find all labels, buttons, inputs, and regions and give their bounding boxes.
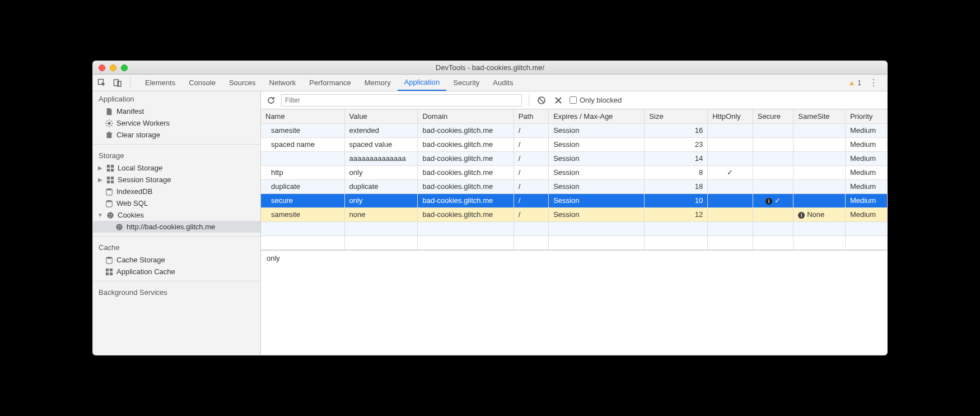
cell: only [344,193,418,207]
cell [794,151,846,165]
cell [549,235,645,249]
table-row[interactable]: secureonlybad-cookies.glitch.me/Session1… [261,193,887,207]
cell [708,235,753,249]
cell [418,235,514,249]
cell [753,221,794,235]
sidebar-item-indexeddb[interactable]: IndexedDB [93,186,260,197]
warnings-count: 1 [857,79,861,87]
cell: bad-cookies.glitch.me [418,179,514,193]
cell [708,221,753,235]
panel-tabs: Elements Console Sources Network Perform… [138,75,520,91]
minimize-window-button[interactable] [110,64,116,71]
file-icon [105,108,113,115]
refresh-button[interactable] [265,95,277,106]
svg-rect-8 [107,176,110,179]
col-value[interactable]: Value [344,109,418,123]
only-blocked-checkbox[interactable] [570,96,577,104]
sidebar-item-label: IndexedDB [116,187,152,196]
filter-input[interactable] [281,94,522,107]
cell: only [344,165,418,179]
cell: Session [549,165,645,179]
tab-security[interactable]: Security [446,75,486,91]
tab-application[interactable]: Application [398,75,447,91]
col-size[interactable]: Size [645,109,708,123]
cell [753,151,794,165]
table-row[interactable]: duplicateduplicatebad-cookies.glitch.me/… [261,179,887,193]
tab-elements[interactable]: Elements [138,75,182,91]
close-window-button[interactable] [99,64,105,71]
cell: Medium [845,151,887,165]
database-icon [105,188,113,196]
tab-console[interactable]: Console [182,75,222,91]
cell: 8 [645,165,708,179]
tab-performance[interactable]: Performance [302,75,357,91]
maximize-window-button[interactable] [121,64,128,71]
cell [708,137,753,151]
sidebar-item-local-storage[interactable]: ▶ Local Storage [93,162,260,174]
col-path[interactable]: Path [514,109,548,123]
table-row[interactable]: samesitenonebad-cookies.glitch.me/Sessio… [261,207,887,221]
cell [708,151,753,165]
clear-all-button[interactable] [536,95,547,106]
table-row[interactable]: samesiteextendedbad-cookies.glitch.me/Se… [261,123,887,137]
col-httponly[interactable]: HttpOnly [708,109,753,123]
sidebar-item-cookie-origin[interactable]: http://bad-cookies.glitch.me [93,221,260,233]
table-row[interactable]: aaaaaaaaaaaaaabad-cookies.glitch.me/Sess… [261,151,887,165]
inspect-element-icon[interactable] [96,77,108,89]
device-toolbar-icon[interactable] [112,77,123,89]
cookies-toolbar: Only blocked [261,91,887,109]
col-expires[interactable]: Expires / Max-Age [549,109,645,123]
cell: iNone [794,207,846,221]
cookies-panel: Only blocked Name Value Domai [261,91,887,355]
delete-selected-button[interactable] [553,95,564,106]
cell: / [514,207,548,221]
sidebar-item-cookies[interactable]: ▼ Cookies [93,209,260,221]
col-priority[interactable]: Priority [845,109,887,123]
cell: bad-cookies.glitch.me [418,151,514,165]
info-icon: i [798,212,805,219]
cell [753,179,794,193]
col-samesite[interactable]: SameSite [794,109,846,123]
cell: Medium [845,123,887,137]
tab-sources[interactable]: Sources [222,75,263,91]
section-cache: Cache [93,240,260,254]
cell: / [514,165,548,179]
table-row[interactable]: spaced namespaced valuebad-cookies.glitc… [261,137,887,151]
tab-audits[interactable]: Audits [486,75,520,91]
sidebar-item-application-cache[interactable]: Application Cache [93,266,260,278]
database-icon [105,256,113,264]
sidebar-item-label: Cookies [118,211,144,219]
sidebar-item-cache-storage[interactable]: Cache Storage [93,254,260,266]
expand-arrow-icon: ▶ [97,177,103,183]
only-blocked-toggle[interactable]: Only blocked [570,96,622,104]
svg-rect-11 [111,180,114,183]
cell: / [514,179,548,193]
svg-point-14 [107,212,113,218]
svg-point-12 [106,188,113,190]
warnings-indicator[interactable]: ▲ 1 [848,78,861,87]
col-secure[interactable]: Secure [753,109,794,123]
sidebar-item-clear-storage[interactable]: Clear storage [93,129,260,141]
cell [794,137,846,151]
cell: Medium [845,137,887,151]
cell [845,221,887,235]
cell: Session [549,123,645,137]
cell [344,221,418,235]
col-domain[interactable]: Domain [418,109,514,123]
sidebar-item-session-storage[interactable]: ▶ Session Storage [93,174,260,186]
more-options-button[interactable]: ⋮ [867,77,880,88]
sidebar-item-websql[interactable]: Web SQL [93,197,260,209]
sidebar-item-manifest[interactable]: Manifest [93,105,260,117]
col-name[interactable]: Name [261,109,344,123]
tab-memory[interactable]: Memory [358,75,398,91]
sidebar-item-label: Application Cache [116,267,175,276]
cell [549,221,645,235]
svg-point-20 [120,226,121,227]
svg-rect-23 [106,268,109,271]
table-row[interactable]: httponlybad-cookies.glitch.me/Session8✓M… [261,165,887,179]
cell [344,235,418,249]
tab-network[interactable]: Network [263,75,303,91]
sidebar-item-service-workers[interactable]: Service Workers [93,117,260,129]
sidebar-item-label: Web SQL [116,199,148,207]
collapse-arrow-icon: ▼ [97,212,103,218]
